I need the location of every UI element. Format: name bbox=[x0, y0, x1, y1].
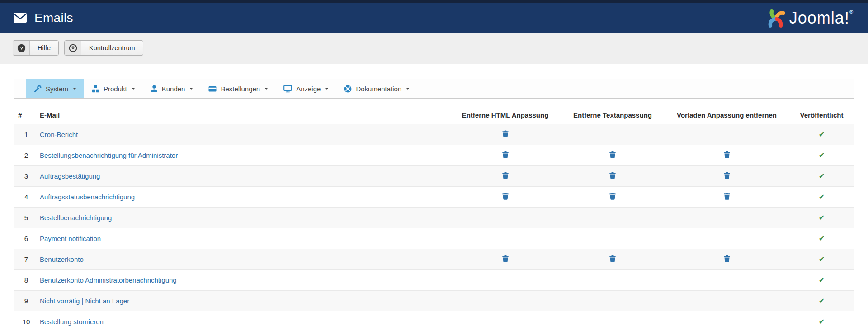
trash-icon[interactable] bbox=[724, 172, 730, 179]
menu-item-label: Bestellungen bbox=[221, 85, 260, 93]
email-cell: Benutzerkonto Administratorbenachrichtig… bbox=[39, 270, 450, 291]
column-header-entferne-textanpassung: Entferne Textanpassung bbox=[561, 108, 665, 124]
table-row: 9Nicht vorrätig | Nicht an Lager✔ bbox=[14, 291, 854, 311]
action-cell bbox=[450, 228, 561, 249]
table-row: 5Bestellbenachrichtigung✔ bbox=[14, 208, 854, 228]
trash-icon[interactable] bbox=[609, 255, 616, 262]
table-row: 3Auftragsbestätigung✔ bbox=[14, 166, 854, 187]
trash-icon[interactable] bbox=[724, 193, 730, 200]
menu-item-bestellungen[interactable]: Bestellungen bbox=[201, 79, 276, 98]
table-row: 1Cron-Bericht✔ bbox=[14, 124, 854, 145]
action-cell bbox=[450, 311, 561, 332]
row-number: 5 bbox=[14, 208, 39, 228]
email-link[interactable]: Payment notification bbox=[40, 235, 101, 242]
check-icon[interactable]: ✔ bbox=[819, 151, 825, 160]
trash-icon[interactable] bbox=[502, 130, 509, 137]
menu-item-dokumentation[interactable]: Dokumentation bbox=[336, 79, 417, 98]
trash-icon[interactable] bbox=[609, 151, 616, 158]
menu-item-anzeige[interactable]: Anzeige bbox=[276, 79, 336, 98]
joomla-logo-text: Joomla!® bbox=[789, 8, 854, 28]
row-number: 4 bbox=[14, 187, 39, 208]
email-link[interactable]: Nicht vorrätig | Nicht an Lager bbox=[40, 297, 129, 305]
menu-item-produkt[interactable]: Produkt bbox=[84, 79, 143, 98]
table-header-row: #E-MailEntferne HTML AnpassungEntferne T… bbox=[14, 108, 854, 124]
trash-icon[interactable] bbox=[502, 255, 509, 262]
chevron-down-icon bbox=[132, 88, 135, 90]
trash-icon[interactable] bbox=[724, 255, 730, 262]
control-panel-button[interactable]: Kontrollzentrum bbox=[64, 40, 143, 56]
trash-icon[interactable] bbox=[502, 193, 509, 200]
toolbar: ? Hilfe Kontrollzentrum bbox=[0, 33, 868, 64]
check-icon[interactable]: ✔ bbox=[819, 193, 825, 201]
control-panel-button-label: Kontrollzentrum bbox=[81, 41, 143, 55]
email-cell: Auftragsbestätigung bbox=[39, 166, 450, 187]
table-row: 10Bestellung stornieren✔ bbox=[14, 311, 854, 332]
row-number: 10 bbox=[14, 311, 39, 332]
email-link[interactable]: Benutzerkonto Administratorbenachrichtig… bbox=[40, 276, 177, 284]
email-link[interactable]: Bestellungsbenachrichtigung für Administ… bbox=[40, 151, 178, 159]
menu-item-label: Kunden bbox=[162, 85, 185, 93]
menu-item-label: Produkt bbox=[104, 85, 127, 93]
life-ring-icon bbox=[344, 85, 352, 93]
published-cell: ✔ bbox=[789, 187, 854, 208]
menu-item-kunden[interactable]: Kunden bbox=[143, 79, 201, 98]
menu-item-system[interactable]: System bbox=[26, 79, 84, 98]
email-link[interactable]: Auftragsbestätigung bbox=[40, 172, 100, 180]
check-icon[interactable]: ✔ bbox=[819, 234, 825, 243]
help-button-label: Hilfe bbox=[30, 41, 58, 55]
action-cell bbox=[561, 124, 665, 145]
check-icon[interactable]: ✔ bbox=[819, 297, 825, 305]
display-icon bbox=[283, 85, 292, 93]
check-icon[interactable]: ✔ bbox=[819, 213, 825, 222]
trash-icon[interactable] bbox=[609, 193, 616, 200]
trash-icon[interactable] bbox=[609, 172, 616, 179]
email-link[interactable]: Benutzerkonto bbox=[40, 255, 84, 263]
menu-item-label: Anzeige bbox=[296, 85, 321, 93]
menu-item-label: Dokumentation bbox=[356, 85, 401, 93]
published-cell: ✔ bbox=[789, 145, 854, 166]
check-icon[interactable]: ✔ bbox=[819, 255, 825, 264]
joomla-logo-mark-icon bbox=[765, 7, 786, 29]
trash-icon[interactable] bbox=[502, 172, 509, 179]
row-number: 1 bbox=[14, 124, 39, 145]
trash-icon[interactable] bbox=[502, 151, 509, 158]
action-cell bbox=[665, 208, 789, 228]
dashboard-icon bbox=[65, 41, 81, 55]
table-row: 2Bestellungsbenachrichtigung für Adminis… bbox=[14, 145, 854, 166]
email-link[interactable]: Bestellung stornieren bbox=[40, 318, 104, 326]
window-top-strip bbox=[0, 0, 868, 3]
email-link[interactable]: Auftragsstatusbenachrichtigung bbox=[40, 193, 135, 201]
action-cell bbox=[665, 166, 789, 187]
user-icon bbox=[151, 85, 158, 92]
action-cell bbox=[665, 228, 789, 249]
emails-table: #E-MailEntferne HTML AnpassungEntferne T… bbox=[14, 108, 854, 332]
email-cell: Payment notification bbox=[39, 228, 450, 249]
action-cell bbox=[561, 187, 665, 208]
emails-table-container: #E-MailEntferne HTML AnpassungEntferne T… bbox=[14, 108, 854, 332]
chevron-down-icon bbox=[189, 88, 193, 90]
action-cell bbox=[665, 291, 789, 311]
published-cell: ✔ bbox=[789, 249, 854, 270]
action-cell bbox=[450, 124, 561, 145]
check-icon[interactable]: ✔ bbox=[819, 130, 825, 139]
app-header: Emails Joomla!® bbox=[0, 3, 868, 33]
row-number: 9 bbox=[14, 291, 39, 311]
published-cell: ✔ bbox=[789, 270, 854, 291]
check-icon[interactable]: ✔ bbox=[819, 276, 825, 284]
check-icon[interactable]: ✔ bbox=[819, 172, 825, 180]
action-cell bbox=[450, 249, 561, 270]
page-title: Emails bbox=[14, 11, 73, 25]
chevron-down-icon bbox=[264, 88, 268, 90]
svg-text:?: ? bbox=[19, 45, 23, 51]
row-number: 2 bbox=[14, 145, 39, 166]
check-icon[interactable]: ✔ bbox=[819, 317, 825, 326]
trash-icon[interactable] bbox=[724, 151, 730, 158]
published-cell: ✔ bbox=[789, 311, 854, 332]
table-row: 8Benutzerkonto Administratorbenachrichti… bbox=[14, 270, 854, 291]
email-link[interactable]: Bestellbenachrichtigung bbox=[40, 214, 112, 222]
email-link[interactable]: Cron-Bericht bbox=[40, 131, 78, 138]
action-cell bbox=[561, 145, 665, 166]
help-button[interactable]: ? Hilfe bbox=[13, 40, 59, 56]
email-cell: Bestellung stornieren bbox=[39, 311, 450, 332]
action-cell bbox=[561, 228, 665, 249]
